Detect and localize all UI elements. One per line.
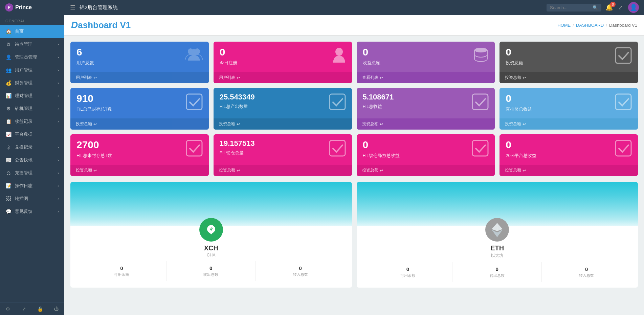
logo: P Prince: [5, 3, 66, 12]
eth-body: ETH 以太坊 0 可用余额 0 转出总数 0 转入总数: [357, 212, 638, 288]
home-icon: 🏠: [5, 29, 12, 34]
sidebar-label-home: 首页: [15, 28, 24, 35]
eth-stat-available: 0 可用余额: [363, 262, 453, 282]
breadcrumb-home[interactable]: HOME: [557, 23, 571, 28]
stat-footer-fil-produced: 投资总额: [219, 121, 235, 127]
stat-number-fil-income: 5.108671: [363, 93, 394, 101]
menu-toggle-icon[interactable]: ☰: [70, 4, 75, 11]
xch-stat-available: 0 可用余额: [77, 261, 166, 281]
crypto-section: XCH CHA 0 可用余额 0 转出总数 0 转入总数: [64, 182, 644, 294]
stat-label-revenue: 收益总额: [363, 60, 380, 66]
redeem-icon: ₿: [5, 144, 12, 150]
monitor-icon: 🖥: [5, 42, 12, 47]
sidebar-item-user[interactable]: 👥 用户管理 ›: [0, 64, 64, 76]
xch-available-label: 可用余额: [80, 272, 163, 277]
stat-card-fil-unsealed[interactable]: 2700 FIL总未封存总T数 投资总额 ↩: [70, 134, 209, 176]
sidebar-item-oplog[interactable]: 📝 操作日志 ›: [0, 179, 64, 192]
sidebar-item-admin[interactable]: 👤 管理员管理 ›: [0, 51, 64, 64]
footer-lock-btn[interactable]: 🔒: [32, 303, 48, 315]
stat-card-fil-produced[interactable]: 25.543349 FIL总产出数量 投资总额 ↩: [214, 88, 352, 130]
platform-icon: 📈: [5, 132, 12, 137]
sidebar-item-feedback[interactable]: 💬 意见反馈 ›: [0, 205, 64, 218]
eth-stat-in: 0 转入总数: [542, 262, 631, 282]
logo-text: Prince: [15, 4, 32, 10]
check-icon-8: [472, 140, 489, 158]
title-letter: D: [71, 20, 78, 30]
sidebar-label-banner: 轮插图: [15, 196, 28, 202]
svg-point-2: [191, 49, 197, 56]
eth-stats: 0 可用余额 0 转出总数 0 转入总数: [363, 262, 631, 282]
notification-icon-wrap[interactable]: 🔔 0: [605, 4, 613, 11]
footer-settings-btn[interactable]: ⚙: [0, 303, 16, 315]
eth-in-label: 转入总数: [545, 273, 628, 278]
content: Dashboard V1 HOME / DASHBOARD / Dashboar…: [64, 15, 644, 315]
search-box: 🔍: [547, 4, 601, 12]
breadcrumb-dashboard[interactable]: DASHBOARD: [576, 23, 604, 28]
eth-out-num: 0: [455, 266, 539, 272]
stat-card-users-total[interactable]: 6 用户总数 用户列表: [70, 42, 209, 83]
sidebar-item-withdraw[interactable]: ⚖ 充提管理 ›: [0, 166, 64, 179]
stat-footer-investment: 投资总额: [505, 75, 521, 81]
sidebar-item-home[interactable]: 🏠 首页: [0, 25, 64, 38]
topbar-icons: 🔔 0 ⤢ 👤: [605, 2, 639, 13]
withdraw-icon: ⚖: [5, 170, 12, 176]
stat-card-investment[interactable]: 0 投资总额 投资总额 ↩: [499, 42, 638, 83]
svg-rect-11: [330, 140, 345, 156]
check-icon-5: [615, 93, 632, 112]
sidebar-item-redeem[interactable]: ₿ 兑换记录 ›: [0, 141, 64, 154]
stat-footer-platform-income: 投资总额: [505, 167, 521, 173]
stat-card-direct-reward[interactable]: 0 直推奖总收益 投资总额 ↩: [499, 88, 638, 130]
stat-footer-fil-unsealed: 投资总额: [76, 167, 92, 173]
page-title: Dashboard V1: [71, 20, 131, 30]
sidebar-item-income[interactable]: 📋 收益记录 ›: [0, 115, 64, 128]
sidebar-item-miner[interactable]: ⚙ 矿机管理 ›: [0, 102, 64, 115]
sidebar-item-site[interactable]: 🖥 站点管理 ›: [0, 38, 64, 51]
footer-expand-btn[interactable]: ⤢: [16, 303, 32, 315]
stat-card-today-register[interactable]: 0 今日注册 用户列表 ↩: [214, 42, 352, 83]
check-icon-9: [615, 140, 632, 158]
stat-footer-fil-released: 投资总额: [362, 167, 378, 173]
stat-number-fil-unsealed: 2700: [76, 140, 112, 150]
eth-out-label: 转出总数: [455, 273, 539, 278]
search-icon[interactable]: 🔍: [593, 5, 598, 10]
sidebar-item-banner[interactable]: 🖼 轮插图 ›: [0, 192, 64, 205]
stat-footer-today-register: 用户列表: [219, 75, 235, 81]
users-icon: [185, 47, 203, 65]
breadcrumb-sep2: /: [606, 23, 607, 28]
title-rest: ashboard V1: [78, 20, 131, 30]
stat-number-fil-sealed: 910: [76, 93, 112, 104]
stat-card-fil-income[interactable]: 5.108671 FIL总收益 投资总额 ↩: [357, 88, 495, 130]
miner-icon: ⚙: [5, 106, 12, 111]
footer-arrow4-icon: ↩: [523, 75, 526, 80]
sidebar-item-finance[interactable]: 💰 财务管理 ›: [0, 76, 64, 89]
stat-card-revenue[interactable]: 0 收益总额 查看列表 ↩: [357, 42, 495, 83]
stat-card-fil-locked[interactable]: 19.157513 FIL锁仓总量 投资总额 ↩: [214, 134, 352, 176]
user-single-icon: [332, 47, 346, 65]
stat-footer-revenue: 查看列表: [362, 75, 378, 81]
sidebar-item-platform[interactable]: 📈 平台数据: [0, 128, 64, 141]
footer-power-btn[interactable]: ⏻: [48, 303, 65, 315]
xch-in-label: 转入总数: [259, 272, 342, 277]
breadcrumb: HOME / DASHBOARD / Dashboard V1: [557, 23, 637, 28]
sidebar-item-news[interactable]: 📰 公告快讯 ›: [0, 154, 64, 166]
sidebar-item-wealth[interactable]: 📊 理财管理 ›: [0, 89, 64, 102]
eth-available-label: 可用余额: [366, 273, 450, 278]
stat-card-fil-released[interactable]: 0 FIL锁仓释放总收益 投资总额 ↩: [357, 134, 495, 176]
footer-arrow5-icon: ↩: [93, 122, 97, 127]
stat-label-investment: 投资总额: [506, 60, 523, 66]
stat-card-fil-sealed[interactable]: 910 FIL总已封存总T数 投资总额 ↩: [70, 88, 209, 130]
expand-icon[interactable]: ⤢: [618, 4, 623, 11]
xch-icon-wrap: [199, 218, 223, 242]
footer-arrow7-icon: ↩: [380, 122, 383, 127]
stat-footer-fil-sealed: 投资总额: [76, 121, 92, 127]
sidebar-label-platform: 平台数据: [15, 131, 32, 137]
feedback-icon: 💬: [5, 209, 12, 214]
avatar[interactable]: 👤: [628, 2, 639, 13]
footer-arrow-icon: ↩: [93, 75, 97, 80]
stat-label-fil-produced: FIL总产出数量: [220, 104, 255, 110]
search-input[interactable]: [550, 5, 591, 10]
crypto-card-eth: ETH 以太坊 0 可用余额 0 转出总数 0 转入总数: [357, 182, 638, 288]
xch-out-num: 0: [169, 265, 253, 271]
stat-card-platform-income[interactable]: 0 20%平台总收益 投资总额 ↩: [499, 134, 638, 176]
sidebar-label-miner: 矿机管理: [15, 106, 32, 112]
